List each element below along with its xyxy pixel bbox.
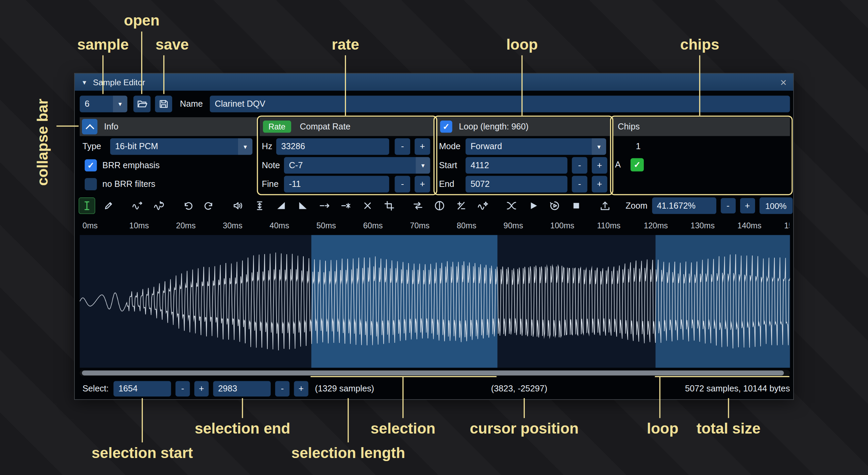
note-dropdown[interactable]: C-7 ▼ [284,157,430,174]
ruler-label: 100ms [550,221,574,230]
name-input[interactable]: Clarinet DQV [210,96,790,112]
sample-selector[interactable]: 6 ▼ [80,96,127,112]
apply-silence-button[interactable] [338,197,354,214]
loop-end-input[interactable]: 5072 [466,176,567,193]
draw-button[interactable] [100,197,117,214]
loop-end-label: End [439,176,454,193]
selection-start-input[interactable]: 1654 [114,381,171,397]
hz-input[interactable]: 33286 [276,138,389,155]
selection-start-plus-button[interactable]: + [194,381,208,397]
loop-mode-value: Forward [470,142,502,152]
annotation-loop-bottom-line [659,377,660,418]
reverse-button[interactable] [410,197,426,214]
loop-start-minus-button[interactable]: - [572,157,587,174]
rate-header-label: Compat Rate [300,122,351,131]
toolbar-group [179,197,217,214]
chevron-down-icon: ▼ [592,138,606,155]
toolbar-group [79,197,117,214]
annotation-selection-line [402,377,403,418]
waveform-display[interactable] [80,235,790,368]
type-label: Type [83,138,101,155]
amplify-icon [233,200,244,211]
fine-input[interactable]: -11 [284,176,389,193]
loop-enable-checkbox[interactable]: ✓ [440,121,452,133]
annotation-rate-line [345,55,346,116]
zoom-reset-button[interactable]: 100% [759,197,792,214]
redo-icon [204,200,215,211]
fine-label: Fine [262,176,279,193]
ruler-label: 10ms [129,221,149,230]
hz-minus-button[interactable]: - [395,138,410,155]
loop-start-plus-button[interactable]: + [592,157,607,174]
open-button[interactable] [133,96,150,112]
normalize-button[interactable] [251,197,268,214]
annotation-selection-end-label: selection end [195,420,290,437]
fade-out-button[interactable] [295,197,311,214]
chip-enable-checkbox[interactable]: ✓ [631,158,644,171]
loop-mode-dropdown[interactable]: Forward ▼ [466,138,606,155]
fade-in-button[interactable] [273,197,289,214]
loop-end-minus-button[interactable]: - [572,176,587,193]
close-icon[interactable]: × [780,76,787,88]
amplify-button[interactable] [230,197,246,214]
trim-button[interactable] [381,197,398,214]
stop-button[interactable] [568,197,585,214]
fine-plus-button[interactable]: + [415,176,430,193]
zoom-value: 41.1672% [657,201,696,211]
info-header-label: Info [104,122,118,131]
chevron-down-icon: ▼ [238,138,252,155]
filter-button[interactable] [474,197,491,214]
brr-emphasis-label: BRR emphasis [102,157,160,174]
import-button[interactable] [597,197,613,214]
hz-plus-button[interactable]: + [415,138,430,155]
select-button[interactable] [79,197,95,214]
info-collapse-button[interactable] [82,119,98,135]
type-dropdown[interactable]: 16-bit PCM ▼ [110,138,252,155]
selection-start-minus-button[interactable]: - [176,381,190,397]
resize-button[interactable] [129,197,146,214]
crossfade-button[interactable] [503,197,520,214]
annotation-save-line [163,55,164,94]
loop-end-plus-button[interactable]: + [592,176,607,193]
toolbar-groups [79,197,625,214]
ruler-label: 90ms [503,221,523,230]
redo-button[interactable] [201,197,218,214]
fine-minus-button[interactable]: - [395,176,410,193]
preview-button[interactable] [525,197,541,214]
preview-loop-icon [549,200,561,211]
invert-button[interactable] [431,197,448,214]
zoom-in-button[interactable]: + [740,198,755,214]
delete-button[interactable] [359,197,376,214]
selection-end-input[interactable]: 2983 [213,381,271,397]
invert-icon [434,200,445,211]
note-label: Note [262,157,280,174]
loop-header-label: Loop (length: 960) [459,122,529,131]
insert-silence-button[interactable] [316,197,333,214]
window-collapse-icon[interactable]: ▼ [81,79,87,86]
annotation-selection-label: selection [371,420,435,437]
zoom-out-button[interactable]: - [720,198,735,214]
undo-button[interactable] [179,197,196,214]
preview-loop-button[interactable] [546,197,563,214]
waveform-scrollbar[interactable] [80,370,790,376]
sample-toolbar: Zoom 41.1672% - + 100% [79,197,790,214]
brr-emphasis-checkbox[interactable]: ✓ [85,159,97,172]
hz-label: Hz [262,138,272,155]
scrollbar-thumb[interactable] [82,370,784,375]
name-value: Clarinet DQV [215,99,265,109]
open-folder-icon [137,99,147,110]
fine-value: -11 [289,179,301,189]
loop-start-input[interactable]: 4112 [466,157,567,174]
name-label: Name [180,96,203,112]
zoom-input[interactable]: 41.1672% [652,197,716,214]
chips-panel-header: Chips [612,117,790,136]
selection-end-minus-button[interactable]: - [275,381,289,397]
sign-button[interactable] [453,197,469,214]
save-button[interactable] [155,96,172,112]
selection-end-plus-button[interactable]: + [294,381,308,397]
preview-icon [528,200,539,211]
no-brr-filters-checkbox[interactable]: ✓ [85,178,97,190]
reverse-icon [413,200,424,211]
resample-button[interactable] [151,197,167,214]
titlebar[interactable]: ▼ Sample Editor × [75,73,794,90]
